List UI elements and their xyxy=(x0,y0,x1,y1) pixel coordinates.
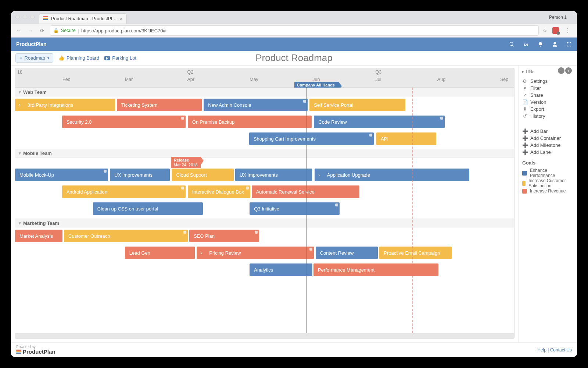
help-link[interactable]: Help xyxy=(537,347,546,353)
footer-brand[interactable]: ProductPlan xyxy=(16,349,55,354)
legend-item[interactable]: Increase Customer Satisfaction xyxy=(522,178,573,188)
notifications-icon[interactable] xyxy=(538,42,543,47)
settings-sliders-icon[interactable] xyxy=(523,42,529,47)
roadmap-bar[interactable]: Shopping Cart Improvements xyxy=(249,132,374,145)
roadmap-bar[interactable]: Android Application xyxy=(62,185,186,198)
user-icon[interactable] xyxy=(552,42,557,47)
legend-item[interactable]: Enhance Performance xyxy=(522,168,573,178)
note-icon[interactable] xyxy=(303,100,306,103)
parking-icon: P xyxy=(104,56,110,60)
zoom-out-button[interactable]: − xyxy=(558,67,564,74)
browser-tab[interactable]: Product Roadmap - ProductPl… × xyxy=(39,13,127,24)
bar-label: Customer Outreach xyxy=(68,233,110,239)
sidebar-item-export[interactable]: ⬇Export xyxy=(522,106,573,113)
lanes-container: ▾Web Team›3rd Party IntegrationsTicketin… xyxy=(15,88,514,333)
bar-label: Cloud Support xyxy=(176,172,207,178)
lane-row: Mobile Mock-UpUX ImprovementsCloud Suppo… xyxy=(15,166,514,183)
roadmap-bar[interactable]: Market Analysis xyxy=(15,230,62,242)
bar-label: New Admin Console xyxy=(208,102,251,108)
release-flag[interactable]: ReleaseMar 24, 2018 xyxy=(171,157,201,168)
sidebar-item-add-lane[interactable]: ➕Add Lane xyxy=(522,149,573,156)
roadmap-bar[interactable]: Clean up CSS on user portal xyxy=(93,202,203,215)
note-icon[interactable] xyxy=(335,204,338,206)
note-icon[interactable] xyxy=(309,248,312,251)
note-icon[interactable] xyxy=(369,134,372,137)
sidebar-item-version[interactable]: 📄Version xyxy=(522,99,573,106)
bar-label: Analytics xyxy=(254,267,273,273)
roadmap-bar[interactable]: Q3 Initiative xyxy=(250,202,339,215)
app-brand[interactable]: ProductPlan xyxy=(16,41,46,47)
search-icon[interactable] xyxy=(509,42,514,47)
sidebar-item-add-bar[interactable]: ➕Add Bar xyxy=(522,128,573,135)
sidebar-item-settings[interactable]: ⚙Settings xyxy=(522,78,573,85)
lane-header[interactable]: ▾Marketing Team xyxy=(15,219,514,227)
roadmap-bar[interactable]: Self Service Portal xyxy=(309,99,405,111)
roadmap-bar[interactable]: ›3rd Party Integrations xyxy=(15,99,115,111)
extension-icon[interactable] xyxy=(552,27,559,34)
roadmap-bar[interactable]: Cloud Support xyxy=(172,169,233,181)
close-window-icon[interactable] xyxy=(15,15,20,19)
roadmap-bar[interactable]: Automatic Renewal Service xyxy=(252,185,359,198)
note-icon[interactable] xyxy=(183,231,186,234)
roadmap-bar[interactable]: Ticketing System xyxy=(117,99,202,111)
roadmap-bar[interactable]: Performance Management xyxy=(313,263,438,276)
roadmap-bar[interactable]: New Admin Console xyxy=(204,99,307,111)
roadmap-bar[interactable]: Content Review xyxy=(316,247,378,259)
roadmap-bar[interactable]: Lead Gen xyxy=(125,247,195,259)
right-sidebar: ▸ Hide ⚙Settings▾Filter↗Share📄Version⬇Ex… xyxy=(518,66,577,342)
close-tab-icon[interactable]: × xyxy=(120,16,123,21)
lane-header[interactable]: ▾Mobile Team xyxy=(15,149,514,158)
roadmap-bar[interactable]: Customer Outreach xyxy=(64,230,188,242)
note-icon[interactable] xyxy=(181,117,184,120)
back-icon[interactable]: ← xyxy=(15,28,23,33)
zoom-in-button[interactable]: + xyxy=(565,67,572,74)
legend-item[interactable]: Increase Revenue xyxy=(522,188,573,194)
expand-icon[interactable]: › xyxy=(200,250,202,256)
roadmap-bar[interactable]: Analytics xyxy=(250,263,312,276)
note-icon[interactable] xyxy=(246,187,249,190)
sidebar-item-filter[interactable]: ▾Filter xyxy=(522,85,573,92)
expand-icon[interactable]: › xyxy=(318,172,320,178)
lane-header[interactable]: ▾Web Team xyxy=(15,88,514,96)
roadmap-bar[interactable]: On Premise Backup xyxy=(188,116,312,128)
expand-icon[interactable]: › xyxy=(19,102,21,108)
sidebar-item-share[interactable]: ↗Share xyxy=(522,92,573,99)
roadmap-bar[interactable]: Security 2.0 xyxy=(62,116,186,128)
note-icon[interactable] xyxy=(440,117,443,120)
fullscreen-icon[interactable] xyxy=(566,42,572,47)
export-icon: ⬇ xyxy=(522,106,527,112)
forward-icon[interactable]: → xyxy=(26,28,35,33)
browser-menu-icon[interactable]: ⋮ xyxy=(563,27,573,34)
marker-line[interactable] xyxy=(412,88,413,333)
share-icon: ↗ xyxy=(522,92,527,98)
roadmap-bar[interactable]: Code Review xyxy=(314,116,445,128)
roadmap-bar[interactable]: UX Improvements xyxy=(110,169,170,181)
roadmap-bar[interactable]: ›Application Upgrade xyxy=(315,169,469,181)
note-icon[interactable] xyxy=(181,187,184,190)
contact-link[interactable]: Contact Us xyxy=(550,347,572,353)
bookmark-icon[interactable]: ☆ xyxy=(542,28,547,33)
lane-row: Android ApplicationInteractive Dialogue … xyxy=(15,183,514,199)
address-bar[interactable]: 🔒 Secure | https://app.productplan.com/3… xyxy=(50,25,539,36)
planning-board-link[interactable]: 👍 Planning Board xyxy=(58,55,99,61)
maximize-window-icon[interactable] xyxy=(30,15,35,19)
parking-lot-link[interactable]: P Parking Lot xyxy=(104,55,136,61)
roadmap-view-button[interactable]: ≡ Roadmap ▾ xyxy=(15,53,53,63)
roadmap-bar[interactable]: Interactive Dialogue Box xyxy=(188,185,250,198)
note-icon[interactable] xyxy=(104,170,107,173)
sidebar-item-add-container[interactable]: ➕Add Container xyxy=(522,135,573,142)
roadmap-bar[interactable]: API xyxy=(376,132,436,145)
roadmap-bar[interactable]: Proactive Email Campaign xyxy=(379,247,452,259)
roadmap-bar[interactable]: SEO Plan xyxy=(189,230,259,242)
roadmap-bar[interactable]: Mobile Mock-Up xyxy=(15,169,108,181)
note-icon[interactable] xyxy=(255,231,258,234)
profile-badge[interactable]: Person 1 xyxy=(549,15,567,20)
roadmap-bar[interactable]: UX Improvements xyxy=(235,169,312,181)
sidebar-item-history[interactable]: ↺History xyxy=(522,113,573,120)
minimize-window-icon[interactable] xyxy=(23,15,27,19)
roadmap-bar[interactable]: ›Pricing Review xyxy=(197,247,314,259)
reload-icon[interactable]: ⟳ xyxy=(38,28,46,33)
sidebar-item-add-milestone[interactable]: ➕Add Milestone xyxy=(522,142,573,149)
horizontal-scrollbar[interactable] xyxy=(15,333,514,339)
lane-title: Mobile Team xyxy=(23,151,52,156)
